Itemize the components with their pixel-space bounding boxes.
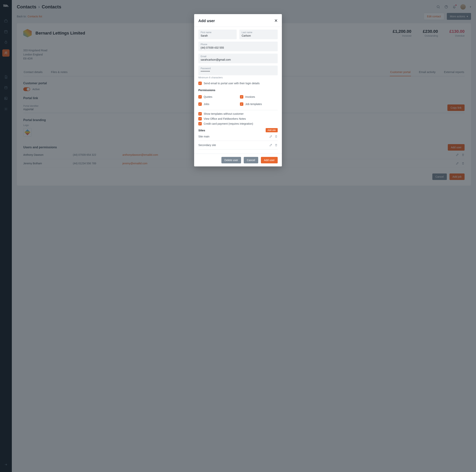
perm-templates-checkbox[interactable]: ✓ [240,102,243,106]
add-user-modal: Add user ✕ First name Last name Phone [194,14,282,166]
modal-overlay: Add user ✕ First name Last name Phone [0,0,476,472]
edit-icon[interactable] [269,135,272,138]
last-name-input[interactable] [242,34,275,37]
first-name-input[interactable] [201,34,234,37]
first-name-field[interactable]: First name [198,30,237,39]
modal-cancel-button[interactable]: Cancel [244,157,258,163]
delete-user-button[interactable]: Delete user [221,157,241,163]
perm-view-notes-checkbox[interactable]: ✓ [198,117,202,120]
perm-jobs-checkbox[interactable]: ✓ [198,102,202,106]
delete-icon[interactable] [275,135,278,138]
sites-title: Sites [198,129,205,132]
perm-invoices-checkbox[interactable]: ✓ [240,95,243,98]
perm-show-templates-checkbox[interactable]: ✓ [198,112,202,115]
close-icon[interactable]: ✕ [274,18,278,23]
send-email-checkbox[interactable]: ✓ [198,81,202,85]
last-name-field[interactable]: Last name [239,30,278,39]
email-input[interactable] [201,58,275,61]
permissions-title: Permissions [198,88,278,92]
phone-field[interactable]: Phone [198,42,278,51]
send-email-label: Send email to portal user with their log… [204,82,259,85]
delete-icon[interactable] [275,144,278,146]
modal-add-user-button[interactable]: Add user [261,157,278,163]
phone-input[interactable] [201,46,275,49]
password-hint: Minimum 6 characters [198,76,278,79]
password-input[interactable] [201,70,275,73]
perm-quotes-checkbox[interactable]: ✓ [198,95,202,98]
modal-title: Add user [198,19,215,23]
perm-credit-card-checkbox[interactable]: ✓ [198,122,202,125]
site-row: Site main [198,132,278,141]
edit-icon[interactable] [269,144,272,146]
email-field[interactable]: Email [198,54,278,63]
site-row: Secondary site [198,141,278,149]
password-field[interactable]: Password [198,65,278,75]
add-site-button[interactable]: Add site [266,128,278,132]
